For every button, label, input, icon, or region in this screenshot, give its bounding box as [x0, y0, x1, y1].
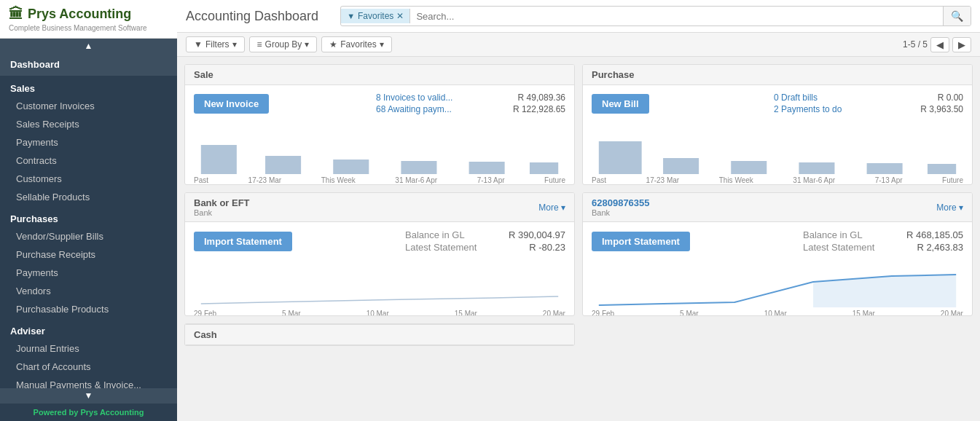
bank2-import-button[interactable]: Import Statement	[592, 232, 690, 251]
awaiting-payment-link[interactable]: 68 Awaiting paym...	[376, 104, 452, 114]
draft-bills-link[interactable]: 0 Draft bills	[774, 93, 818, 103]
sale-card-header: Sale	[185, 65, 574, 85]
filter-icon: ▼	[347, 12, 355, 20]
bank2-title: 62809876355	[592, 197, 650, 208]
payments-to-do-link[interactable]: 2 Payments to do	[774, 104, 842, 114]
star-icon: ★	[329, 39, 337, 50]
search-tag-label: Favorites	[358, 11, 393, 21]
bank-eft-body: Import Statement Balance in GL R 390,004…	[185, 222, 574, 264]
awaiting-payment-val: R 122,928.65	[513, 104, 565, 114]
purchase-card-body: New Bill 0 Draft bills R 0.00 2 Payments…	[583, 85, 972, 126]
sale-chart: Past 17-23 Mar This Week 31 Mar-6 Apr 7-…	[185, 126, 574, 184]
purchase-chart: Past 17-23 Mar This Week 31 Mar-6 Apr 7-…	[583, 126, 972, 184]
bank2-sub: Bank	[592, 208, 650, 217]
filter-group: ▼ Filters ▾ ≡ Group By ▾ ★ Favorites ▾	[186, 36, 392, 52]
purchase-chart-labels: Past 17-23 Mar This Week 31 Mar-6 Apr 7-…	[592, 176, 963, 185]
logo-subtitle: Complete Business Management Software	[9, 24, 147, 32]
page-count: 1-5 / 5	[903, 39, 928, 50]
svg-rect-3	[401, 161, 436, 174]
footer-text: Powered by	[34, 408, 81, 417]
sidebar-item-contracts[interactable]: Contracts	[0, 152, 177, 170]
pagination: 1-5 / 5 ◀ ▶	[903, 37, 971, 52]
filters-button[interactable]: ▼ Filters ▾	[186, 36, 245, 52]
cash-card-header: Cash	[185, 324, 574, 345]
sidebar-item-dashboard[interactable]: Dashboard	[0, 53, 177, 76]
logo-area: 🏛 Prys Accounting Complete Business Mana…	[0, 0, 177, 39]
sidebar-item-customers[interactable]: Customers	[0, 170, 177, 188]
sidebar-item-vendors[interactable]: Vendors	[0, 282, 177, 300]
sidebar-section-purchases: Purchases	[0, 206, 177, 227]
sidebar-item-purchase-receipts[interactable]: Purchase Receipts	[0, 245, 177, 264]
bank2-card-header: 62809876355 Bank More ▾	[583, 193, 972, 222]
favorites-chevron-icon: ▾	[380, 39, 384, 50]
sale-card: Sale New Invoice 8 Invoices to valid... …	[184, 64, 575, 185]
bank2-latest-stmt-label: Latest Statement	[803, 242, 874, 253]
bank2-row: Import Statement Balance in GL R 468,185…	[592, 229, 963, 253]
filters-chevron-icon: ▾	[232, 39, 237, 50]
bank-eft-chart: 29 Feb 5 Mar 10 Mar 15 Mar 20 Mar	[185, 264, 574, 315]
sidebar-item-vendor-bills[interactable]: Vendor/Supplier Bills	[0, 227, 177, 245]
logo-icon: 🏛	[9, 6, 23, 23]
new-invoice-button[interactable]: New Invoice	[194, 94, 269, 114]
next-page-button[interactable]: ▶	[952, 37, 971, 52]
bank2-more-link[interactable]: More ▾	[936, 202, 963, 213]
sidebar-item-chart-of-accounts[interactable]: Chart of Accounts	[0, 358, 177, 376]
invoices-to-validate-val: R 49,089.36	[518, 93, 565, 103]
sidebar-scroll-up[interactable]: ▲	[0, 39, 177, 53]
sidebar-item-manual-payments[interactable]: Manual Payments & Invoice...	[0, 376, 177, 388]
purchase-card-row: New Bill 0 Draft bills R 0.00 2 Payments…	[592, 93, 963, 114]
sale-card-row: New Invoice 8 Invoices to valid... R 49,…	[194, 93, 565, 114]
svg-rect-6	[599, 141, 642, 174]
svg-rect-7	[663, 158, 699, 174]
sale-chart-labels: Past 17-23 Mar This Week 31 Mar-6 Apr 7-…	[194, 176, 565, 185]
sidebar-item-purchase-payments[interactable]: Payments	[0, 264, 177, 282]
prev-page-button[interactable]: ◀	[930, 37, 949, 52]
logo-brand: Prys Accounting	[28, 7, 131, 22]
topbar: Accounting Dashboard ▼ Favorites ✕ 🔍	[177, 0, 980, 33]
bank2-balance-gl-val: R 468,185.05	[906, 229, 963, 240]
filter-funnel-icon: ▼	[194, 39, 203, 50]
bank2-body: Import Statement Balance in GL R 468,185…	[583, 222, 972, 264]
groupby-button[interactable]: ≡ Group By ▾	[249, 36, 318, 52]
search-favorites-tag[interactable]: ▼ Favorites ✕	[341, 9, 410, 23]
bank-eft-latest-stmt-label: Latest Statement	[405, 242, 477, 253]
logo-title: 🏛 Prys Accounting	[9, 6, 131, 23]
bank2-chart: 29 Feb 5 Mar 10 Mar 15 Mar 20 Mar	[583, 264, 972, 315]
content-area: Sale New Invoice 8 Invoices to valid... …	[177, 57, 980, 421]
main-area: Accounting Dashboard ▼ Favorites ✕ 🔍 ▼ F…	[177, 0, 980, 421]
bank-eft-latest-stmt-val: R -80.23	[529, 242, 565, 253]
purchase-card: Purchase New Bill 0 Draft bills R 0.00 2…	[582, 64, 973, 185]
svg-rect-10	[867, 163, 903, 174]
filterbar: ▼ Filters ▾ ≡ Group By ▾ ★ Favorites ▾ 1…	[177, 33, 980, 57]
bank2-latest-stmt-val: R 2,463.83	[917, 242, 963, 253]
sidebar-item-sales-receipts[interactable]: Sales Receipts	[0, 115, 177, 133]
bank-eft-title: Bank or EFT	[194, 197, 250, 208]
svg-rect-1	[265, 156, 301, 174]
sidebar-scroll-down[interactable]: ▼	[0, 388, 177, 403]
sidebar-item-sellable-products[interactable]: Sellable Products	[0, 188, 177, 206]
bank-eft-balance-gl-val: R 390,004.97	[509, 229, 565, 240]
svg-rect-5	[530, 162, 558, 174]
sidebar-nav: Dashboard Sales Customer Invoices Sales …	[0, 53, 177, 388]
bank-eft-sub: Bank	[194, 208, 250, 217]
svg-rect-0	[201, 145, 237, 174]
sidebar-item-sales-payments[interactable]: Payments	[0, 133, 177, 152]
invoices-to-validate-link[interactable]: 8 Invoices to valid...	[376, 93, 452, 103]
groupby-icon: ≡	[257, 39, 262, 50]
new-bill-button[interactable]: New Bill	[592, 94, 649, 114]
favorites-button[interactable]: ★ Favorites ▾	[321, 36, 391, 52]
sale-stats: 8 Invoices to valid... R 49,089.36 68 Aw…	[376, 93, 565, 114]
svg-rect-11	[928, 164, 956, 174]
search-button[interactable]: 🔍	[943, 7, 971, 25]
svg-rect-9	[799, 162, 834, 174]
bank-eft-more-link[interactable]: More ▾	[538, 202, 565, 213]
sidebar-item-customer-invoices[interactable]: Customer Invoices	[0, 97, 177, 115]
bank-eft-row: Import Statement Balance in GL R 390,004…	[194, 229, 565, 253]
sidebar-item-journal-entries[interactable]: Journal Entries	[0, 339, 177, 358]
bank-eft-import-button[interactable]: Import Statement	[194, 232, 292, 251]
sidebar-item-purchasable-products[interactable]: Purchasable Products	[0, 300, 177, 318]
sidebar: 🏛 Prys Accounting Complete Business Mana…	[0, 0, 177, 421]
svg-rect-8	[731, 161, 767, 174]
search-tag-close[interactable]: ✕	[396, 11, 404, 21]
search-input[interactable]	[410, 8, 943, 25]
